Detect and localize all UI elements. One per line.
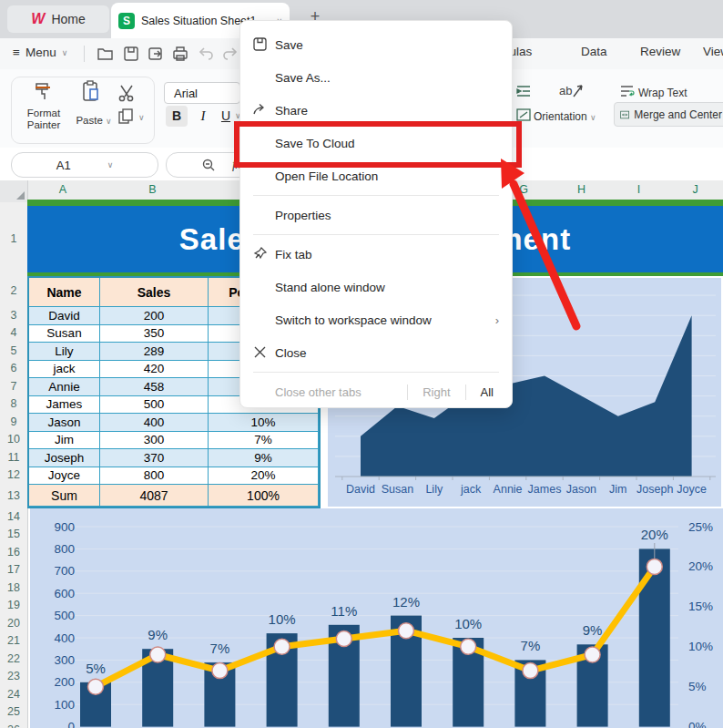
- table-cell[interactable]: Annie: [29, 378, 100, 396]
- ribbon-tab-review[interactable]: Review: [640, 45, 680, 58]
- copy-icon[interactable]: [117, 108, 137, 129]
- row-header-8[interactable]: 8: [0, 397, 27, 410]
- row-header-5[interactable]: 5: [0, 344, 27, 357]
- paste-button[interactable]: Paste ∨: [73, 115, 115, 126]
- table-sum-cell[interactable]: Sum: [29, 485, 100, 507]
- table-cell[interactable]: 7%: [209, 432, 319, 450]
- menu-item-save-as[interactable]: Save As...: [240, 61, 512, 94]
- orientation-button[interactable]: Orientation ∨: [534, 110, 596, 123]
- menu-footer-right[interactable]: Right: [423, 385, 450, 399]
- table-cell[interactable]: 500: [100, 396, 209, 415]
- column-header-H[interactable]: H: [553, 183, 610, 196]
- table-cell[interactable]: 370: [100, 449, 209, 467]
- row-header-13[interactable]: 13: [0, 489, 27, 502]
- ribbon-tab-data[interactable]: Data: [581, 45, 607, 58]
- cut-icon[interactable]: [117, 84, 137, 106]
- table-cell[interactable]: 420: [100, 361, 209, 379]
- menu-item-share[interactable]: Share: [240, 94, 512, 127]
- table-cell[interactable]: James: [29, 396, 100, 415]
- table-cell[interactable]: Lily: [29, 343, 100, 361]
- row-header-20[interactable]: 20: [0, 617, 27, 630]
- row-header-7[interactable]: 7: [0, 380, 27, 393]
- menu-item-open-file-location[interactable]: Open File Location: [240, 159, 512, 192]
- row-header-2[interactable]: 2: [0, 284, 27, 297]
- menu-item-save-to-cloud[interactable]: Save To Cloud: [240, 127, 512, 159]
- ribbon-tab-view[interactable]: View: [703, 45, 723, 58]
- menu-item-fix-tab[interactable]: Fix tab: [240, 238, 512, 271]
- row-header-11[interactable]: 11: [0, 451, 27, 464]
- row-header-strip[interactable]: [0, 202, 28, 728]
- table-cell[interactable]: Joseph: [29, 449, 100, 467]
- menu-item-save[interactable]: Save: [240, 28, 512, 61]
- table-cell[interactable]: Susan: [29, 325, 100, 343]
- menu-item-stand-alone-window[interactable]: Stand alone window: [240, 271, 512, 303]
- wrap-text-button[interactable]: Wrap Text: [638, 87, 687, 99]
- table-cell[interactable]: Joyce: [29, 467, 100, 486]
- column-header-B[interactable]: B: [98, 183, 207, 196]
- table-header-cell[interactable]: Name: [29, 278, 100, 307]
- tab-home[interactable]: W Home: [7, 5, 109, 33]
- row-header-24[interactable]: 24: [0, 688, 27, 701]
- row-header-15[interactable]: 15: [0, 528, 27, 540]
- table-cell[interactable]: 400: [100, 414, 209, 432]
- cell-name-box[interactable]: A1 ∨: [11, 152, 158, 178]
- row-header-6[interactable]: 6: [0, 362, 27, 374]
- table-cell[interactable]: jack: [29, 361, 100, 379]
- menu-item-properties[interactable]: Properties: [240, 199, 512, 231]
- row-header-3[interactable]: 3: [0, 309, 27, 322]
- column-header-J[interactable]: J: [667, 183, 723, 196]
- bold-button[interactable]: B: [166, 106, 188, 127]
- table-cell[interactable]: David: [29, 307, 100, 325]
- font-name-select[interactable]: Arial: [164, 82, 240, 104]
- format-painter-icon[interactable]: [31, 80, 55, 108]
- table-cell[interactable]: 9%: [209, 449, 319, 467]
- row-header-18[interactable]: 18: [0, 581, 27, 594]
- table-cell[interactable]: 800: [100, 467, 209, 486]
- print-icon[interactable]: [171, 46, 189, 62]
- menu-button[interactable]: ≡ Menu ∨: [13, 46, 67, 59]
- orientation-icon[interactable]: ab: [557, 80, 585, 108]
- row-header-23[interactable]: 23: [0, 670, 27, 682]
- row-header-10[interactable]: 10: [0, 433, 27, 446]
- copy-chevron-down-icon[interactable]: ∨: [138, 113, 145, 122]
- namebox-chevron-down-icon[interactable]: ∨: [107, 160, 114, 169]
- row-header-4[interactable]: 4: [0, 326, 27, 339]
- merge-and-center-button[interactable]: Merge and Center: [614, 102, 723, 127]
- underline-button[interactable]: U: [217, 106, 235, 127]
- row-header-21[interactable]: 21: [0, 634, 27, 647]
- table-cell[interactable]: Jason: [29, 414, 100, 432]
- table-cell[interactable]: 350: [100, 325, 209, 343]
- row-header-14[interactable]: 14: [0, 510, 27, 523]
- row-header-19[interactable]: 19: [0, 599, 27, 611]
- open-folder-icon[interactable]: [97, 46, 115, 62]
- menu-footer-close-other-tabs[interactable]: Close other tabs: [275, 385, 392, 399]
- save-icon[interactable]: [122, 46, 140, 62]
- combo-chart[interactable]: 900800700600500400300200100025%20%15%10%…: [30, 508, 723, 728]
- table-sum-cell[interactable]: 4087: [100, 485, 209, 507]
- table-header-cell[interactable]: Sales: [100, 278, 209, 307]
- table-cell[interactable]: 289: [100, 343, 209, 361]
- format-painter-button[interactable]: Format Painter: [20, 108, 67, 131]
- table-cell[interactable]: 300: [100, 432, 209, 450]
- export-icon[interactable]: [147, 46, 165, 62]
- row-header-16[interactable]: 16: [0, 546, 27, 559]
- row-header-25[interactable]: 25: [0, 705, 27, 718]
- select-all-corner[interactable]: [0, 180, 28, 202]
- row-header-1[interactable]: 1: [0, 232, 27, 245]
- row-header-17[interactable]: 17: [0, 563, 27, 576]
- wrap-text-icon[interactable]: [619, 84, 635, 101]
- row-header-26[interactable]: 26: [0, 723, 27, 728]
- indent-icon[interactable]: [515, 84, 532, 102]
- table-cell[interactable]: 200: [100, 307, 209, 325]
- row-header-9[interactable]: 9: [0, 415, 27, 428]
- table-sum-cell[interactable]: 100%: [209, 485, 319, 507]
- table-cell[interactable]: 10%: [209, 414, 319, 432]
- row-header-12[interactable]: 12: [0, 468, 27, 481]
- column-header-A[interactable]: A: [27, 183, 98, 196]
- table-cell[interactable]: Jim: [29, 432, 100, 450]
- italic-button[interactable]: I: [194, 106, 212, 127]
- menu-item-close[interactable]: Close: [240, 336, 512, 369]
- column-header-I[interactable]: I: [610, 183, 667, 196]
- table-cell[interactable]: 458: [100, 378, 209, 396]
- text-rotate-icon[interactable]: [515, 108, 532, 126]
